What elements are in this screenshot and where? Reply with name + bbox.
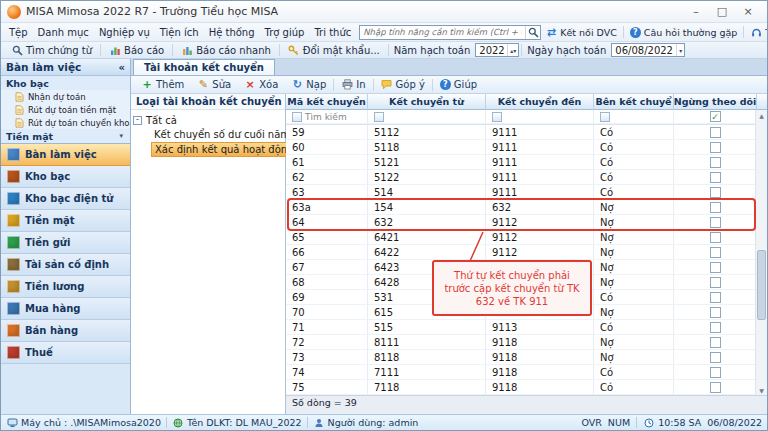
- sidebar-nav-item-0[interactable]: Bàn làm việc: [1, 144, 130, 166]
- stop-tracking-checkbox[interactable]: [710, 232, 721, 243]
- table-row-66[interactable]: 6664229112Nợ: [286, 245, 767, 260]
- scroll-thumb[interactable]: [757, 250, 766, 320]
- scroll-down-icon[interactable]: ▼: [756, 385, 767, 395]
- filter-cell-2[interactable]: [486, 110, 594, 124]
- chevron-down-icon[interactable]: ▾: [676, 44, 684, 56]
- menu-item-0[interactable]: Tệp: [4, 23, 33, 42]
- table-row-61[interactable]: 6151219111Có: [286, 155, 767, 170]
- menu-item-5[interactable]: Trợ giúp: [260, 23, 310, 42]
- sidebar-nav-item-5[interactable]: Tài sản cố định: [1, 254, 130, 276]
- sidebar-shortcut-0-1[interactable]: Rút dự toán tiền mặt: [1, 103, 130, 116]
- action-button-0[interactable]: +Thêm: [135, 79, 190, 91]
- stop-tracking-checkbox[interactable]: [710, 367, 721, 378]
- vertical-scrollbar[interactable]: ▲ ▼: [755, 110, 767, 395]
- tree-item-0[interactable]: Kết chuyển số dư cuối năm: [151, 127, 293, 142]
- close-button[interactable]: ×: [735, 3, 761, 21]
- action-button-5[interactable]: Góp ý: [375, 79, 431, 91]
- action-button-3[interactable]: ↻Nạp: [285, 79, 332, 91]
- table-row-65[interactable]: 6564219112Nợ: [286, 230, 767, 245]
- toolbar-button-1[interactable]: Báo cáo: [103, 44, 170, 56]
- sidebar-nav-item-6[interactable]: Tiền lương: [1, 276, 130, 298]
- fiscal-year-select[interactable]: 2022 ▴▾: [475, 43, 519, 57]
- spinner-icon[interactable]: ▴▾: [507, 44, 518, 56]
- menu-item-1[interactable]: Danh mục: [33, 23, 94, 42]
- menu-item-6[interactable]: Tri thức: [309, 23, 356, 42]
- stop-tracking-checkbox[interactable]: [710, 187, 721, 198]
- filter-cell-0[interactable]: Tìm kiếm: [286, 110, 368, 124]
- stop-tracking-checkbox[interactable]: [710, 307, 721, 318]
- filter-cell-3[interactable]: [594, 110, 674, 124]
- sidebar-group-0[interactable]: Kho bạc: [1, 76, 130, 90]
- column-header-0[interactable]: Mã kết chuyển: [286, 94, 368, 110]
- column-header-4[interactable]: Ngừng theo dõi: [674, 94, 757, 110]
- collapse-node-icon[interactable]: -: [133, 116, 142, 125]
- table-row-63[interactable]: 635149111Có: [286, 185, 767, 200]
- table-row-71[interactable]: 715159113Có: [286, 320, 767, 335]
- toolbar-button-2[interactable]: Báo cáo nhanh: [175, 44, 277, 56]
- scroll-down-icon[interactable]: ▾: [119, 132, 125, 140]
- action-button-1[interactable]: ✎Sửa: [191, 79, 237, 91]
- stop-tracking-checkbox[interactable]: [710, 277, 721, 288]
- table-row-74[interactable]: 7471119118Có: [286, 365, 767, 380]
- column-header-3[interactable]: Bên kết chuyể: [594, 94, 674, 110]
- sidebar-group-1[interactable]: Tiền mặt▾: [1, 129, 130, 143]
- menubar-link-0[interactable]: ⇄Kết nối DVC: [541, 26, 621, 38]
- toolbar-button-3[interactable]: Đổi mật khẩu...: [282, 44, 386, 56]
- stop-tracking-checkbox[interactable]: [710, 322, 721, 333]
- menubar-link-2[interactable]: Tư vấn: [746, 26, 768, 38]
- table-row-59[interactable]: 5951129111Có: [286, 125, 767, 140]
- action-button-2[interactable]: ×Xóa: [238, 79, 284, 91]
- filter-cell-4[interactable]: ✓: [674, 110, 757, 124]
- sidebar-shortcut-0-0[interactable]: Nhận dự toán: [1, 90, 130, 103]
- stop-tracking-checkbox[interactable]: [710, 382, 721, 393]
- stop-tracking-checkbox[interactable]: [710, 127, 721, 138]
- feature-search[interactable]: [359, 25, 541, 40]
- sidebar-nav-item-9[interactable]: Thuế: [1, 342, 130, 364]
- filter-checkbox[interactable]: ✓: [710, 111, 721, 122]
- menu-item-3[interactable]: Tiện ích: [155, 23, 204, 42]
- collapse-sidebar-icon[interactable]: «: [119, 62, 125, 73]
- tree-root-all[interactable]: - Tất cả: [133, 113, 283, 127]
- stop-tracking-checkbox[interactable]: [710, 202, 721, 213]
- minimize-button[interactable]: –: [683, 3, 709, 21]
- table-row-60[interactable]: 6051189111Có: [286, 140, 767, 155]
- sidebar-nav-item-4[interactable]: Tiền gửi: [1, 232, 130, 254]
- sidebar-nav-item-1[interactable]: Kho bạc: [1, 166, 130, 188]
- table-row-64[interactable]: 646329112Nợ: [286, 215, 767, 230]
- table-row-72[interactable]: 7281119118Nợ: [286, 335, 767, 350]
- menubar-link-1[interactable]: ?Câu hỏi thường gặp: [626, 27, 742, 38]
- menu-item-2[interactable]: Nghiệp vụ: [94, 23, 155, 42]
- sidebar-nav-item-2[interactable]: Kho bạc điện tử: [1, 188, 130, 210]
- stop-tracking-checkbox[interactable]: [710, 142, 721, 153]
- stop-tracking-checkbox[interactable]: [710, 217, 721, 228]
- toolbar-button-0[interactable]: Tìm chứng từ: [5, 44, 98, 56]
- column-header-2[interactable]: Kết chuyển đến: [486, 94, 594, 110]
- sidebar-shortcut-0-2[interactable]: Rút dự toán chuyển khoản: [1, 116, 130, 129]
- table-row-62[interactable]: 6251229111Có: [286, 170, 767, 185]
- sidebar-nav-item-8[interactable]: Bán hàng: [1, 320, 130, 342]
- column-header-1[interactable]: Kết chuyển từ: [368, 94, 486, 110]
- stop-tracking-checkbox[interactable]: [710, 292, 721, 303]
- stop-tracking-checkbox[interactable]: [710, 352, 721, 363]
- search-icon[interactable]: [525, 26, 540, 39]
- stop-tracking-checkbox[interactable]: [710, 172, 721, 183]
- tree-item-1[interactable]: Xác định kết quả hoạt động: [151, 142, 298, 157]
- menu-item-4[interactable]: Hệ thống: [204, 23, 260, 42]
- stop-tracking-checkbox[interactable]: [710, 157, 721, 168]
- posting-date-field[interactable]: 06/08/2022 ▾: [611, 43, 685, 57]
- maximize-button[interactable]: □: [709, 3, 735, 21]
- tab-tai-khoan-ket-chuyen[interactable]: Tài khoản kết chuyển: [133, 59, 275, 75]
- action-button-6[interactable]: ?Giúp: [434, 79, 483, 90]
- stop-tracking-checkbox[interactable]: [710, 337, 721, 348]
- action-button-4[interactable]: In: [335, 79, 371, 91]
- sidebar-nav-item-3[interactable]: Tiền mặt: [1, 210, 130, 232]
- table-row-63a[interactable]: 63a154632Nợ: [286, 200, 767, 215]
- table-row-75[interactable]: 7571189118Có: [286, 380, 767, 395]
- table-row-73[interactable]: 7381189118Nợ: [286, 350, 767, 365]
- sidebar-nav-item-7[interactable]: Mua hàng: [1, 298, 130, 320]
- stop-tracking-checkbox[interactable]: [710, 262, 721, 273]
- sidebar-header[interactable]: Bàn làm việc «: [1, 59, 130, 76]
- filter-cell-1[interactable]: [368, 110, 486, 124]
- scroll-up-icon[interactable]: ▲: [756, 110, 767, 120]
- feature-search-input[interactable]: [360, 27, 525, 37]
